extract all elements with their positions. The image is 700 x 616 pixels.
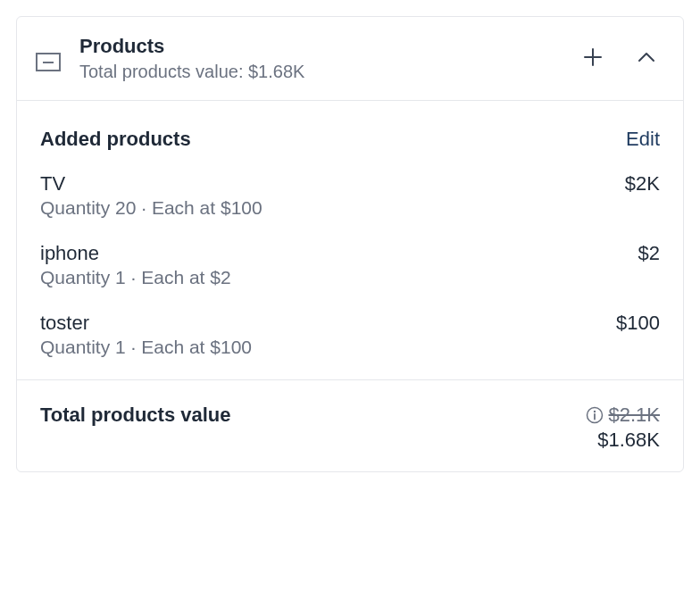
add-button[interactable] (579, 44, 606, 73)
list-item: toster Quantity 1 · Each at $100 $100 (40, 312, 660, 358)
header-title: Products (79, 35, 579, 58)
product-price: $2 (638, 242, 660, 265)
product-info: toster Quantity 1 · Each at $100 (40, 312, 252, 358)
product-name: iphone (40, 242, 231, 265)
list-item: iphone Quantity 1 · Each at $2 $2 (40, 242, 660, 288)
header-subtitle: Total products value: $1.68K (79, 62, 579, 82)
info-icon[interactable] (586, 406, 604, 424)
header-titles: Products Total products value: $1.68K (79, 35, 579, 82)
total-label: Total products value (40, 404, 231, 427)
added-products-title: Added products (40, 128, 191, 151)
edit-button[interactable]: Edit (626, 128, 660, 151)
svg-point-5 (593, 411, 595, 412)
card-header: Products Total products value: $1.68K (17, 17, 683, 101)
product-meta: Quantity 1 · Each at $100 (40, 337, 252, 358)
product-price: $2K (625, 172, 660, 196)
product-name: toster (40, 312, 252, 335)
section-header: Added products Edit (40, 128, 660, 151)
plus-icon (583, 47, 603, 70)
card-footer: Total products value $2.1K $1.68K (17, 380, 683, 471)
original-total-row: $2.1K (586, 404, 661, 427)
original-total-value: $2.1K (609, 404, 661, 427)
products-card: Products Total products value: $1.68K (16, 16, 684, 472)
product-name: TV (40, 172, 262, 196)
chevron-up-icon (637, 51, 656, 66)
product-price: $100 (616, 312, 660, 335)
products-icon (35, 48, 62, 75)
product-info: iphone Quantity 1 · Each at $2 (40, 242, 231, 288)
current-total-value: $1.68K (597, 429, 660, 452)
header-actions (579, 44, 660, 73)
product-info: TV Quantity 20 · Each at $100 (40, 172, 262, 219)
collapse-button[interactable] (633, 47, 660, 70)
list-item: TV Quantity 20 · Each at $100 $2K (40, 172, 660, 219)
card-body: Added products Edit TV Quantity 20 · Eac… (17, 101, 683, 380)
total-values: $2.1K $1.68K (586, 404, 661, 452)
product-meta: Quantity 20 · Each at $100 (40, 197, 262, 219)
product-meta: Quantity 1 · Each at $2 (40, 267, 231, 288)
